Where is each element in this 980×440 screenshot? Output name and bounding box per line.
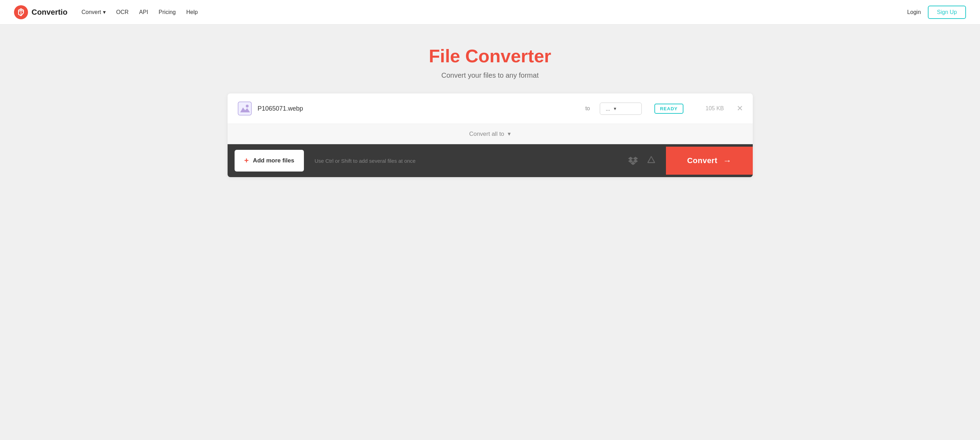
file-row: P1065071.webp to ... ▾ READY 105 KB ✕ [228, 94, 753, 124]
header-right: Login Sign Up [907, 6, 966, 19]
convert-all-chevron-icon: ▾ [508, 130, 511, 138]
header: Convertio Convert ▾ OCR API Pricing Help… [0, 0, 980, 24]
format-select[interactable]: ... ▾ [600, 103, 642, 115]
logo-icon [14, 5, 28, 19]
nav-api[interactable]: API [139, 9, 148, 15]
main-content: File Converter Convert your files to any… [0, 24, 980, 191]
convert-button[interactable]: Convert → [666, 147, 752, 175]
convert-label: Convert [687, 156, 718, 165]
status-badge: READY [654, 103, 683, 114]
svg-line-12 [653, 159, 655, 163]
action-bar: + Add more files Use Ctrl or Shift to ad… [228, 144, 753, 177]
format-chevron-icon: ▾ [614, 106, 616, 111]
google-drive-icon[interactable] [646, 156, 656, 165]
page-title: File Converter [429, 46, 552, 67]
svg-line-11 [648, 159, 650, 163]
svg-marker-10 [648, 156, 655, 163]
converter-box: P1065071.webp to ... ▾ READY 105 KB ✕ Co… [228, 94, 753, 177]
svg-rect-2 [238, 102, 251, 115]
chevron-down-icon: ▾ [103, 9, 106, 15]
to-label: to [585, 105, 590, 112]
nav-help[interactable]: Help [186, 9, 198, 15]
svg-point-4 [246, 105, 248, 108]
hint-text: Use Ctrl or Shift to add several files a… [311, 158, 618, 164]
main-nav: Convert ▾ OCR API Pricing Help [81, 9, 907, 15]
file-type-icon [237, 101, 252, 116]
login-button[interactable]: Login [907, 9, 921, 15]
convert-all-button[interactable]: Convert all to ▾ [469, 130, 511, 138]
convert-all-label: Convert all to [469, 130, 504, 138]
nav-ocr[interactable]: OCR [116, 9, 129, 15]
nav-convert[interactable]: Convert ▾ [81, 9, 106, 15]
signup-button[interactable]: Sign Up [928, 6, 966, 19]
add-files-button[interactable]: + Add more files [235, 150, 304, 172]
logo-text: Convertio [32, 8, 68, 17]
add-files-label: Add more files [253, 157, 294, 164]
convert-arrow-icon: → [723, 156, 732, 165]
dropbox-icon[interactable] [628, 156, 638, 165]
file-name: P1065071.webp [258, 105, 576, 112]
plus-icon: + [244, 156, 249, 165]
logo-area[interactable]: Convertio [14, 5, 68, 19]
format-select-text: ... [606, 106, 610, 112]
remove-file-button[interactable]: ✕ [737, 105, 743, 112]
convert-all-row: Convert all to ▾ [228, 124, 753, 144]
file-size: 105 KB [696, 105, 724, 112]
nav-pricing[interactable]: Pricing [159, 9, 176, 15]
page-subtitle: Convert your files to any format [442, 71, 539, 79]
cloud-icons [618, 156, 666, 165]
